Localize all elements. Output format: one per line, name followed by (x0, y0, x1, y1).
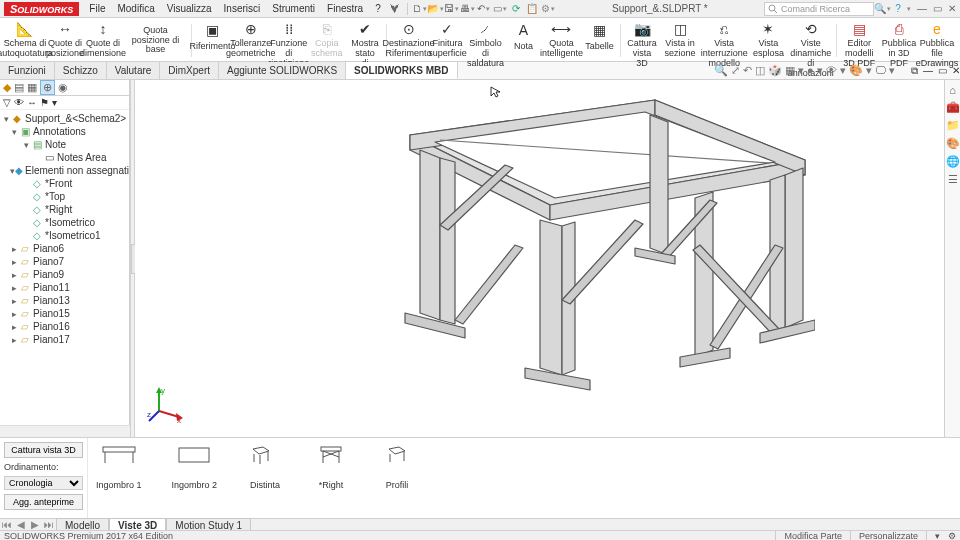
ribbon-section[interactable]: ◫Vista insezione (661, 20, 699, 61)
ribbon-note[interactable]: ANota (504, 20, 542, 61)
tree-plane[interactable]: ▸▱Piano15 (0, 307, 129, 320)
tree-tab-property-icon[interactable]: ▦ (27, 81, 37, 94)
select-icon[interactable]: ▭▾ (493, 2, 507, 16)
ribbon-smartdim[interactable]: ⟷Quotaintelligente (542, 20, 580, 61)
ribbon-tolstatus[interactable]: ✔Mostra statodi tolleranza (346, 20, 384, 61)
tree-tab-display-icon[interactable]: ◉ (58, 81, 68, 94)
search-dropdown-icon[interactable]: 🔍▾ (875, 2, 889, 16)
help-flyout-icon[interactable]: ⮟ (388, 2, 402, 16)
print-icon[interactable]: 🖶▾ (461, 2, 475, 16)
tree-notes-area[interactable]: ▭Notes Area (0, 151, 129, 164)
close-button[interactable]: ✕ (948, 3, 956, 14)
taskpane-home-icon[interactable]: ⌂ (949, 84, 956, 96)
taskpane-resources-icon[interactable]: 🧰 (946, 101, 960, 114)
tree-plane[interactable]: ▸▱Piano11 (0, 281, 129, 294)
tree-plane[interactable]: ▸▱Piano16 (0, 320, 129, 333)
doc-minimize-icon[interactable]: — (923, 65, 933, 76)
taskpane-forum-icon[interactable]: ☰ (948, 173, 958, 186)
tree-iso1[interactable]: ◇*Isometrico1 (0, 229, 129, 242)
update-previews-button[interactable]: Agg. anteprime (4, 494, 83, 510)
tree-top[interactable]: ◇*Top (0, 190, 129, 203)
tab-features[interactable]: Funzioni (0, 62, 55, 79)
menu-view[interactable]: Visualizza (161, 3, 218, 14)
menu-insert[interactable]: Inserisci (218, 3, 267, 14)
view-settings-icon[interactable]: 🖵 ▾ (875, 64, 895, 77)
capture-3dview-button[interactable]: Cattura vista 3D (4, 442, 83, 458)
menu-help[interactable]: ? (369, 3, 387, 14)
taskpane-view-icon[interactable]: 🎨 (946, 137, 960, 150)
ribbon-basedim[interactable]: Quota posizione di base (122, 20, 189, 61)
tree-flag-icon[interactable]: ⚑ (40, 97, 49, 108)
tree-unassigned[interactable]: ▾◆Elementi non assegnati (0, 164, 129, 177)
tab-dimxpert[interactable]: DimXpert (160, 62, 219, 79)
appearance-icon[interactable]: 🎨 ▾ (849, 64, 872, 77)
rebuild-icon[interactable]: ⟳ (509, 2, 523, 16)
maximize-button[interactable]: ▭ (933, 3, 942, 14)
tree-more-icon[interactable]: ▾ (52, 97, 57, 108)
tree-root[interactable]: ▾◆Support_&<Schema2> (0, 112, 129, 125)
ribbon-tables[interactable]: ▦Tabelle (580, 20, 618, 61)
undo-icon[interactable]: ↶▾ (477, 2, 491, 16)
tree-plane[interactable]: ▸▱Piano13 (0, 294, 129, 307)
status-gear-icon[interactable]: ⚙ (948, 531, 956, 541)
ribbon-weld[interactable]: ⟋Simbolo disaldatura (466, 20, 504, 61)
options-icon[interactable]: 📋 (525, 2, 539, 16)
ribbon-break[interactable]: ⎌Vista interruzionemodello (699, 20, 749, 61)
tree-plane[interactable]: ▸▱Piano17 (0, 333, 129, 346)
tree-filter-icon[interactable]: ▽ (3, 97, 11, 108)
sort-select[interactable]: Cronologia (4, 476, 83, 490)
menu-edit[interactable]: Modifica (111, 3, 160, 14)
taskpane-custom-icon[interactable]: 🌐 (946, 155, 960, 168)
new-icon[interactable]: 🗋▾ (413, 2, 427, 16)
doc-maximize-icon[interactable]: ▭ (938, 65, 947, 76)
help-icon[interactable]: ? (891, 2, 905, 16)
thumb-right[interactable]: *Right (313, 444, 349, 490)
menu-file[interactable]: File (83, 3, 111, 14)
ribbon-dynviews[interactable]: ⟲Viste dinamichedi annotazioni (787, 20, 834, 61)
tree-eye-icon[interactable]: 👁 (14, 97, 24, 108)
ribbon-sizedim[interactable]: ↕Quote didimensione (84, 20, 122, 61)
ribbon-capture3d[interactable]: 📷Catturavista 3D (623, 20, 661, 61)
thumb-profili[interactable]: Profili (379, 444, 415, 490)
view-triad[interactable]: y x z (147, 385, 187, 425)
ribbon-publish-3dpdf[interactable]: ⎙Pubblicain 3D PDF (880, 20, 918, 61)
tree-annotations[interactable]: ▾▣Annotations (0, 125, 129, 138)
tree-plane[interactable]: ▸▱Piano6 (0, 242, 129, 255)
minimize-button[interactable]: — (917, 3, 927, 14)
ribbon-pattern[interactable]: ⁞⁞Funzione diripetizione (270, 20, 308, 61)
tree-arrow-icon[interactable]: ↔ (27, 97, 37, 108)
status-unit-icon[interactable]: ▾ (926, 531, 948, 541)
hide-show-icon[interactable]: 👁 ▾ (826, 64, 846, 77)
doc-close-icon[interactable]: ✕ (952, 65, 960, 76)
settings-icon[interactable]: ⚙▾ (541, 2, 555, 16)
taskpane-library-icon[interactable]: 📁 (946, 119, 960, 132)
thumb-ingombro2[interactable]: Ingombro 2 (172, 444, 218, 490)
tree-tab-dimxpert-icon[interactable]: ⊕ (40, 80, 55, 95)
tree-tab-config-icon[interactable]: ▤ (14, 81, 24, 94)
tab-evaluate[interactable]: Valutare (107, 62, 161, 79)
ribbon-surface[interactable]: ✓Finiturasuperficie (428, 20, 466, 61)
menu-window[interactable]: Finestra (321, 3, 369, 14)
tree-iso[interactable]: ◇*Isometrico (0, 216, 129, 229)
feature-tree[interactable]: ▾◆Support_&<Schema2> ▾▣Annotations ▾▤Not… (0, 110, 129, 437)
ribbon-datumtarget[interactable]: ⊙DestinazioneRiferimento (389, 20, 429, 61)
ribbon-explode[interactable]: ✶Vistaesplosa (749, 20, 787, 61)
thumb-distinta[interactable]: Distinta (247, 444, 283, 490)
tree-front[interactable]: ◇*Front (0, 177, 129, 190)
save-icon[interactable]: 🖫▾ (445, 2, 459, 16)
tree-plane[interactable]: ▸▱Piano7 (0, 255, 129, 268)
3d-viewport[interactable]: y x z (135, 80, 944, 437)
status-custom[interactable]: Personalizzate (850, 531, 926, 541)
ribbon-3dpdf-editor[interactable]: ▤Editor modelli3D PDF (839, 20, 880, 61)
menu-tools[interactable]: Strumenti (266, 3, 321, 14)
tree-tab-feature-icon[interactable]: ◆ (3, 81, 11, 94)
open-icon[interactable]: 📂▾ (429, 2, 443, 16)
ribbon-posdim[interactable]: ↔Quote diposizione (46, 20, 84, 61)
doc-restore-icon[interactable]: ⧉ (911, 65, 918, 77)
tab-sketch[interactable]: Schizzo (55, 62, 107, 79)
tree-note[interactable]: ▾▤Note (0, 138, 129, 151)
ribbon-autodim[interactable]: 📐Schema diautoquotatura (4, 20, 46, 61)
tree-right[interactable]: ◇*Right (0, 203, 129, 216)
ribbon-geotol[interactable]: ⊕Tolleranzegeometriche (232, 20, 270, 61)
ribbon-publish-edrw[interactable]: ePubblica fileeDrawings (918, 20, 956, 61)
